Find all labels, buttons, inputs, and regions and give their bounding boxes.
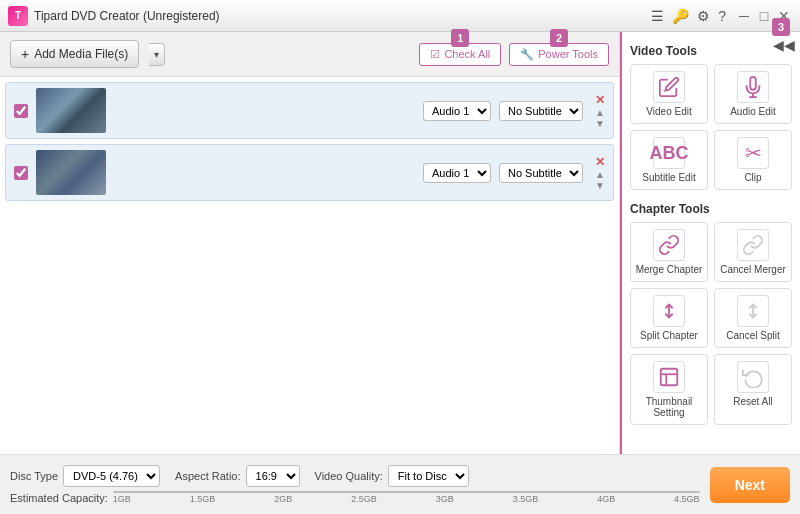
cancel-merger-icon [737, 229, 769, 261]
video-quality-select[interactable]: Fit to Disc High Medium [388, 465, 469, 487]
merge-chapter-label: Merge Chapter [636, 264, 703, 275]
subtitle-select-2[interactable]: No Subtitle [499, 163, 583, 183]
chapter-tools-grid: Merge Chapter Cancel Merger [630, 222, 792, 425]
split-chapter-icon [653, 295, 685, 327]
power-tools-wrapper: 2 🔧 Power Tools [509, 43, 609, 66]
callout-badge-2: 2 [550, 29, 568, 47]
aspect-ratio-label: Aspect Ratio: [175, 470, 240, 482]
cancel-merger-button[interactable]: Cancel Merger [714, 222, 792, 282]
tick-1gb: 1GB [113, 494, 131, 504]
video-edit-icon [653, 71, 685, 103]
capacity-ticks: 1GB 1.5GB 2GB 2.5GB 3GB 3.5GB 4GB 4.5GB [113, 494, 700, 504]
chapter-tools-title: Chapter Tools [630, 202, 792, 216]
capacity-bar: 0.5GB [113, 491, 700, 493]
estimated-capacity-label: Estimated Capacity: [10, 492, 108, 504]
reset-all-icon [737, 361, 769, 393]
thumbnail-setting-label: Thumbnail Setting [635, 396, 703, 418]
media-down-2[interactable]: ▼ [595, 180, 605, 191]
thumbnail-setting-icon [653, 361, 685, 393]
video-tools-title: Video Tools [630, 44, 792, 58]
capacity-fill-label: 0.5GB [116, 492, 142, 493]
svg-rect-4 [661, 369, 678, 386]
media-down-1[interactable]: ▼ [595, 118, 605, 129]
disc-type-select[interactable]: DVD-5 (4.76) DVD-9 (8.54) [63, 465, 160, 487]
media-close-1[interactable]: ✕ [595, 93, 605, 107]
add-media-dropdown-button[interactable]: ▾ [149, 43, 165, 66]
left-panel: + Add Media File(s) ▾ 1 ☑ Check All 2 🔧 [0, 32, 620, 454]
video-quality-field: Video Quality: Fit to Disc High Medium [315, 465, 469, 487]
toolbar: + Add Media File(s) ▾ 1 ☑ Check All 2 🔧 [0, 32, 619, 77]
callout-badge-3: 3 [772, 18, 790, 36]
check-icon: ☑ [430, 48, 440, 61]
merge-chapter-button[interactable]: Merge Chapter [630, 222, 708, 282]
audio-edit-label: Audio Edit [730, 106, 776, 117]
key-icon[interactable]: 🔑 [672, 8, 689, 24]
tick-3gb: 3GB [436, 494, 454, 504]
check-all-label: Check All [444, 48, 490, 60]
check-all-wrapper: 1 ☑ Check All [419, 43, 501, 66]
tick-4gb: 4GB [597, 494, 615, 504]
minimize-button[interactable]: ─ [736, 8, 752, 24]
titlebar: T Tipard DVD Creator (Unregistered) ☰ 🔑 … [0, 0, 800, 32]
media-item: Audio 1 Audio 2 No Subtitle ✕ ▲ ▼ [5, 144, 614, 201]
merge-chapter-icon [653, 229, 685, 261]
capacity-row: Estimated Capacity: 0.5GB 1GB 1.5GB 2GB … [10, 491, 700, 504]
cancel-split-label: Cancel Split [726, 330, 779, 341]
tick-2-5gb: 2.5GB [351, 494, 377, 504]
aspect-ratio-select[interactable]: 16:9 4:3 [246, 465, 300, 487]
media-checkbox-1[interactable] [14, 104, 28, 118]
split-chapter-button[interactable]: Split Chapter [630, 288, 708, 348]
video-edit-label: Video Edit [646, 106, 691, 117]
collapse-panel-button[interactable]: ◀◀ [773, 37, 795, 53]
tick-2gb: 2GB [274, 494, 292, 504]
clip-button[interactable]: ✂ Clip [714, 130, 792, 190]
callout-badge-1: 1 [451, 29, 469, 47]
app-icon: T [8, 6, 28, 26]
cancel-split-button[interactable]: Cancel Split [714, 288, 792, 348]
thumbnail-setting-button[interactable]: Thumbnail Setting [630, 354, 708, 425]
next-button[interactable]: Next [710, 467, 790, 503]
subtitle-edit-label: Subtitle Edit [642, 172, 695, 183]
bottom-bar: Disc Type DVD-5 (4.76) DVD-9 (8.54) Aspe… [0, 454, 800, 514]
bottom-left-group: Disc Type DVD-5 (4.76) DVD-9 (8.54) Aspe… [10, 465, 700, 504]
tick-1-5gb: 1.5GB [190, 494, 216, 504]
video-edit-button[interactable]: Video Edit [630, 64, 708, 124]
media-checkbox-2[interactable] [14, 166, 28, 180]
add-media-button[interactable]: + Add Media File(s) [10, 40, 139, 68]
media-up-2[interactable]: ▲ [595, 169, 605, 180]
media-list: Audio 1 Audio 2 No Subtitle ✕ ▲ ▼ Aud [0, 77, 619, 454]
reset-all-button[interactable]: Reset All [714, 354, 792, 425]
audio-select-1[interactable]: Audio 1 Audio 2 [423, 101, 491, 121]
settings-icon[interactable]: ⚙ [697, 8, 710, 24]
reset-all-label: Reset All [733, 396, 772, 407]
audio-edit-icon [737, 71, 769, 103]
tick-4-5gb: 4.5GB [674, 494, 700, 504]
media-thumbnail-1 [36, 88, 106, 133]
clip-label: Clip [744, 172, 761, 183]
app-title: Tipard DVD Creator (Unregistered) [34, 9, 651, 23]
audio-select-2[interactable]: Audio 1 Audio 2 [423, 163, 491, 183]
toolbar-right-buttons: 1 ☑ Check All 2 🔧 Power Tools [419, 43, 609, 66]
media-thumbnail-2 [36, 150, 106, 195]
right-panel: 3 ◀◀ Video Tools Video Edit [620, 32, 800, 454]
menu-icon[interactable]: ☰ [651, 8, 664, 24]
help-icon[interactable]: ? [718, 8, 726, 24]
cancel-split-icon [737, 295, 769, 327]
power-tools-label: Power Tools [538, 48, 598, 60]
subtitle-edit-button[interactable]: ABC Subtitle Edit [630, 130, 708, 190]
subtitle-select-1[interactable]: No Subtitle [499, 101, 583, 121]
audio-edit-button[interactable]: Audio Edit [714, 64, 792, 124]
aspect-ratio-field: Aspect Ratio: 16:9 4:3 [175, 465, 299, 487]
cancel-merger-label: Cancel Merger [720, 264, 786, 275]
media-close-2[interactable]: ✕ [595, 155, 605, 169]
main-area: + Add Media File(s) ▾ 1 ☑ Check All 2 🔧 [0, 32, 800, 454]
clip-icon: ✂ [737, 137, 769, 169]
maximize-button[interactable]: □ [756, 8, 772, 24]
add-icon: + [21, 46, 29, 62]
video-tools-grid: Video Edit Audio Edit ABC Subtitle Edit [630, 64, 792, 190]
media-up-1[interactable]: ▲ [595, 107, 605, 118]
split-chapter-label: Split Chapter [640, 330, 698, 341]
subtitle-edit-icon: ABC [653, 137, 685, 169]
disc-type-label: Disc Type [10, 470, 58, 482]
bottom-top-row: Disc Type DVD-5 (4.76) DVD-9 (8.54) Aspe… [10, 465, 700, 487]
